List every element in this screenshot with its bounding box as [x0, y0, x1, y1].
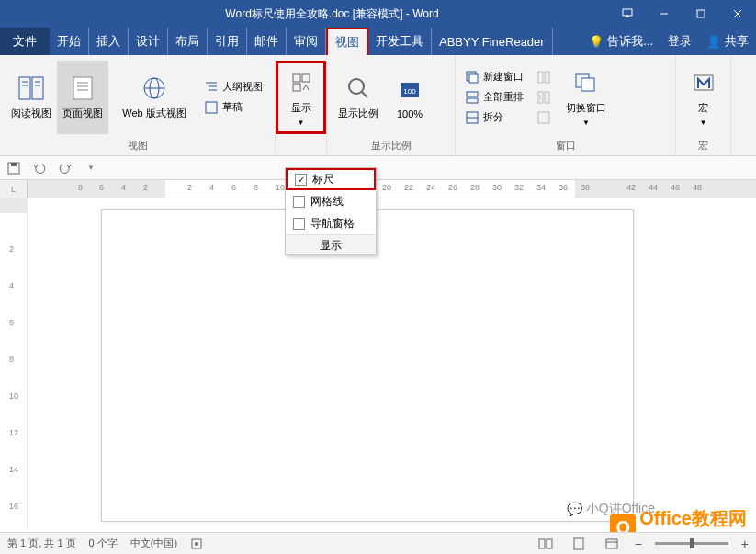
svg-rect-50 — [606, 539, 617, 548]
web-layout-view-button[interactable] — [602, 536, 622, 552]
svg-rect-21 — [206, 102, 217, 113]
draft-view-button[interactable]: 草稿 — [200, 97, 266, 118]
new-window-button[interactable]: 新建窗口 — [461, 67, 527, 87]
new-window-icon — [465, 70, 480, 85]
svg-point-46 — [195, 542, 198, 546]
svg-rect-36 — [545, 72, 549, 83]
ribbon-tabs: 文件 开始 插入 设计 布局 引用 邮件 审阅 视图 开发工具 ABBYY Fi… — [0, 28, 756, 55]
tab-design[interactable]: 设计 — [129, 28, 168, 55]
read-mode-view-button[interactable] — [536, 536, 556, 552]
close-button[interactable] — [719, 0, 756, 28]
show-popup-footer: 显示 — [286, 234, 376, 254]
svg-rect-2 — [697, 10, 705, 17]
save-button[interactable] — [6, 160, 22, 176]
horizontal-ruler[interactable]: 8642246810121416182022242628303234363842… — [28, 180, 756, 198]
print-layout-button[interactable]: 页面视图 — [57, 61, 108, 134]
svg-rect-22 — [293, 74, 300, 82]
ribbon: 阅读视图 页面视图 Web 版式视图 大纲视图 草稿 视图 — [0, 55, 756, 156]
word-count[interactable]: 0 个字 — [89, 537, 118, 550]
minimize-button[interactable] — [646, 0, 683, 28]
gridlines-checkbox-item[interactable]: 网格线 — [286, 190, 376, 212]
svg-text:100: 100 — [403, 87, 416, 96]
svg-rect-24 — [293, 84, 300, 91]
redo-button[interactable] — [57, 160, 73, 176]
zoom-button[interactable]: 显示比例 — [333, 61, 384, 134]
arrange-all-button[interactable]: 全部重排 — [461, 87, 527, 107]
status-bar: 第 1 页, 共 1 页 0 个字 中文(中国) − + — [0, 532, 756, 554]
tab-file[interactable]: 文件 — [0, 28, 50, 55]
share-button[interactable]: 👤 共享 — [699, 33, 756, 50]
tab-review[interactable]: 审阅 — [287, 28, 326, 55]
show-dropdown-button[interactable]: 显示 ▼ — [276, 61, 326, 134]
reset-position-button — [533, 107, 555, 128]
navpane-checkbox-item[interactable]: 导航窗格 — [286, 212, 376, 234]
split-button[interactable]: 拆分 — [461, 107, 527, 128]
tab-home[interactable]: 开始 — [50, 28, 89, 55]
vertical-ruler[interactable]: 24681012141618 — [0, 198, 28, 529]
language-indicator[interactable]: 中文(中国) — [130, 537, 177, 550]
document-area: 24681012141618 — [0, 198, 756, 529]
switch-windows-button[interactable]: 切换窗口 ▼ — [560, 61, 612, 134]
macros-group-label: 宏 — [676, 139, 730, 155]
tab-mailings[interactable]: 邮件 — [247, 28, 287, 55]
sync-scroll-button — [533, 87, 555, 107]
document-page[interactable] — [101, 209, 634, 522]
tell-me[interactable]: 💡 告诉我... — [581, 33, 660, 50]
svg-rect-11 — [73, 77, 92, 99]
tab-abbyy[interactable]: ABBYY FineReader — [432, 28, 553, 55]
lightbulb-icon: 💡 — [589, 35, 604, 49]
ribbon-options-button[interactable] — [609, 0, 646, 28]
qat-customize-button[interactable]: ▼ — [83, 160, 99, 176]
svg-rect-41 — [581, 78, 594, 91]
checkbox-icon — [293, 218, 305, 230]
tab-insert[interactable]: 插入 — [89, 28, 129, 55]
macros-icon — [689, 68, 718, 97]
page-container — [28, 198, 756, 529]
horizontal-ruler-row: L 86422468101214161820222426283032343638… — [0, 180, 756, 198]
zoom-in-button[interactable]: + — [741, 537, 749, 551]
outline-view-button[interactable]: 大纲视图 — [200, 77, 266, 97]
quick-access-toolbar: ▼ — [0, 156, 756, 180]
sync-scroll-icon — [536, 90, 551, 105]
read-mode-button[interactable]: 阅读视图 — [6, 61, 57, 134]
tab-view[interactable]: 视图 — [326, 28, 368, 55]
side-by-side-icon — [536, 70, 551, 85]
maximize-button[interactable] — [683, 0, 719, 28]
web-layout-button[interactable]: Web 版式视图 — [108, 61, 200, 134]
tab-layout[interactable]: 布局 — [168, 28, 208, 55]
arrange-icon — [465, 90, 480, 105]
window-title: Word标尺使用全攻略.doc [兼容模式] - Word — [55, 6, 609, 22]
print-layout-view-button[interactable] — [569, 536, 589, 552]
macro-record-button[interactable] — [190, 537, 203, 550]
svg-point-25 — [349, 79, 364, 94]
svg-rect-44 — [11, 163, 17, 166]
ruler-checkbox-item[interactable]: ✓ 标尺 — [286, 168, 376, 190]
tab-developer[interactable]: 开发工具 — [368, 28, 432, 55]
page-count[interactable]: 第 1 页, 共 1 页 — [7, 537, 76, 550]
svg-rect-48 — [547, 539, 552, 548]
split-icon — [465, 110, 480, 125]
zoom-100-button[interactable]: 100 100% — [384, 61, 435, 134]
macros-button[interactable]: 宏 ▼ — [682, 61, 725, 134]
svg-rect-6 — [32, 77, 43, 99]
side-by-side-button — [533, 67, 555, 87]
chevron-down-icon: ▼ — [700, 119, 707, 127]
svg-rect-39 — [538, 112, 549, 123]
checkbox-icon — [293, 196, 305, 208]
svg-rect-23 — [302, 74, 310, 82]
login-button[interactable]: 登录 — [660, 33, 699, 50]
svg-rect-35 — [538, 72, 543, 83]
svg-rect-32 — [467, 98, 478, 103]
zoom-out-button[interactable]: − — [635, 537, 642, 551]
svg-rect-30 — [469, 74, 478, 83]
svg-rect-0 — [623, 9, 632, 16]
zoom-slider[interactable] — [655, 542, 728, 545]
zoom-group-label: 显示比例 — [327, 139, 455, 155]
share-icon: 👤 — [706, 35, 721, 49]
tab-references[interactable]: 引用 — [208, 28, 247, 55]
undo-button[interactable] — [31, 160, 48, 176]
zoom-100-icon: 100 — [395, 75, 424, 105]
chevron-down-icon: ▼ — [582, 119, 590, 127]
magnifier-icon — [344, 73, 373, 103]
views-group-label: 视图 — [0, 139, 275, 155]
